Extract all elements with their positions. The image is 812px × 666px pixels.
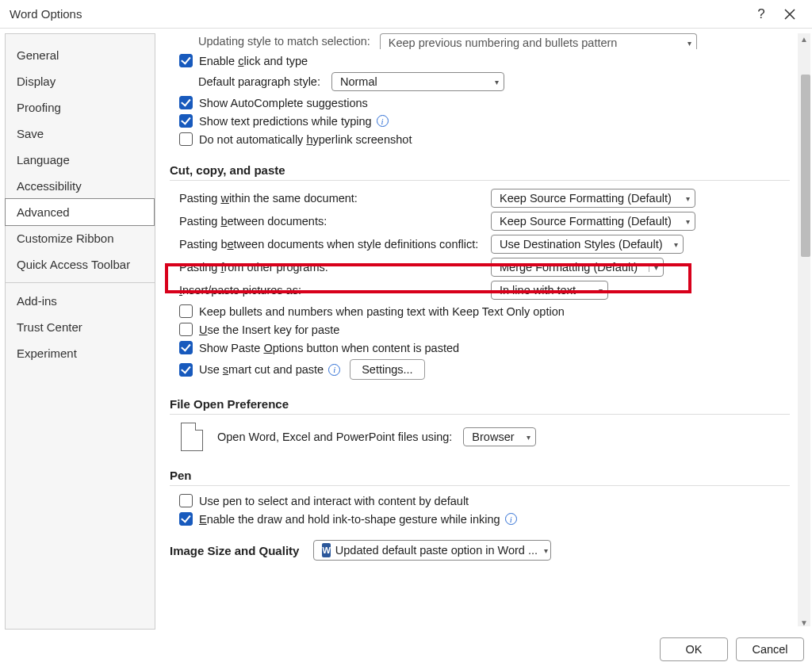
section-file-open: File Open Preference: [170, 397, 790, 411]
chevron-down-icon: ▾: [649, 263, 658, 272]
nav-trust-center[interactable]: Trust Center: [6, 314, 155, 340]
paste-other-dropdown[interactable]: Merge Formatting (Default) ▾: [491, 258, 664, 277]
pen-select-checkbox[interactable]: [179, 494, 193, 507]
paste-pictures-dropdown[interactable]: In line with text ▾: [491, 281, 608, 300]
nav-language[interactable]: Language: [6, 147, 155, 173]
titlebar: Word Options ?: [0, 0, 812, 29]
nav-general[interactable]: General: [6, 42, 155, 68]
chevron-down-icon: ▾: [686, 217, 690, 226]
pen-select-label: Use pen to select and interact with cont…: [199, 495, 469, 507]
autocomplete-label: Show AutoComplete suggestions: [199, 97, 368, 109]
updating-style-label: Updating style to match selection:: [198, 35, 370, 48]
paste-pictures-label: Insert/paste pictures as:: [170, 284, 491, 297]
paste-between-label: Pasting between documents:: [170, 215, 491, 228]
keep-bullets-checkbox[interactable]: [179, 304, 193, 318]
no-hyperlink-label: Do not automatically hyperlink screensho…: [199, 133, 412, 146]
ok-button[interactable]: OK: [660, 637, 728, 661]
scroll-up-icon[interactable]: ▲: [799, 35, 809, 44]
section-image-quality: Image Size and Quality: [170, 544, 299, 557]
draw-hold-checkbox[interactable]: [179, 512, 193, 526]
word-document-icon: W: [322, 543, 330, 557]
paste-other-label: Pasting from other programs:: [170, 261, 491, 274]
nav-advanced[interactable]: Advanced: [5, 198, 155, 226]
smart-cut-label: Use smart cut and paste: [199, 363, 324, 376]
draw-hold-label: Enable the draw and hold ink-to-shape ge…: [199, 513, 500, 526]
insert-key-label: Use the Insert key for paste: [199, 323, 339, 336]
content: Updating style to match selection: Keep …: [155, 29, 812, 634]
keep-bullets-label: Keep bullets and numbers when pasting te…: [199, 305, 565, 318]
footer: OK Cancel: [660, 637, 804, 661]
settings-panel: Updating style to match selection: Keep …: [155, 29, 795, 631]
cancel-button[interactable]: Cancel: [736, 637, 804, 661]
file-open-dropdown[interactable]: Browser ▾: [463, 427, 536, 446]
scrollbar-thumb[interactable]: [801, 75, 810, 257]
autocomplete-checkbox[interactable]: [179, 96, 193, 109]
close-button[interactable]: [776, 9, 804, 20]
paste-options-label: Show Paste Options button when content i…: [199, 342, 459, 354]
smart-cut-checkbox[interactable]: [179, 363, 193, 377]
chevron-down-icon: ▾: [688, 39, 691, 48]
info-icon[interactable]: i: [377, 115, 389, 127]
predictions-checkbox[interactable]: [179, 114, 193, 128]
section-pen: Pen: [170, 469, 790, 482]
nav-qat[interactable]: Quick Access Toolbar: [6, 251, 155, 278]
file-open-label: Open Word, Excel and PowerPoint files us…: [217, 431, 452, 443]
nav-display[interactable]: Display: [6, 68, 155, 94]
paste-within-label: Pasting within the same document:: [170, 192, 491, 205]
paste-conflict-dropdown[interactable]: Use Destination Styles (Default) ▾: [491, 235, 684, 254]
nav-separator: [6, 282, 155, 283]
paste-between-dropdown[interactable]: Keep Source Formatting (Default) ▾: [491, 212, 695, 231]
chevron-down-icon: ▾: [544, 546, 548, 555]
chevron-down-icon: ▾: [674, 240, 678, 249]
enable-click-type-label: Enable click and type: [199, 55, 308, 67]
nav-customize-ribbon[interactable]: Customize Ribbon: [6, 225, 155, 251]
info-icon[interactable]: i: [328, 364, 340, 376]
predictions-label: Show text predictions while typing: [199, 115, 372, 128]
nav-experiment[interactable]: Experiment: [6, 340, 155, 366]
chevron-down-icon: ▾: [495, 78, 499, 86]
no-hyperlink-checkbox[interactable]: [179, 132, 193, 146]
nav-accessibility[interactable]: Accessibility: [6, 173, 155, 199]
insert-key-checkbox[interactable]: [179, 323, 193, 336]
chevron-down-icon: ▾: [599, 286, 603, 295]
paste-options-checkbox[interactable]: [179, 341, 193, 354]
nav-save[interactable]: Save: [6, 121, 155, 147]
window-title: Word Options: [10, 7, 747, 21]
image-quality-dropdown[interactable]: W Updated default paste option in Word .…: [313, 540, 551, 561]
paste-within-dropdown[interactable]: Keep Source Formatting (Default) ▾: [491, 189, 695, 208]
sidebar: General Display Proofing Save Language A…: [5, 33, 155, 630]
nav-proofing[interactable]: Proofing: [6, 94, 155, 121]
default-paragraph-dropdown[interactable]: Normal ▾: [331, 72, 504, 91]
default-paragraph-label: Default paragraph style:: [198, 75, 320, 88]
nav-addins[interactable]: Add-ins: [6, 288, 155, 314]
info-icon[interactable]: i: [505, 513, 517, 525]
section-cut-copy-paste: Cut, copy, and paste: [170, 163, 790, 177]
chevron-down-icon: ▾: [686, 194, 690, 203]
paste-conflict-label: Pasting between documents when style def…: [170, 238, 491, 251]
updating-style-dropdown[interactable]: Keep previous numbering and bullets patt…: [380, 33, 697, 49]
chevron-down-icon: ▾: [527, 433, 530, 442]
help-button[interactable]: ?: [747, 6, 776, 22]
enable-click-type-checkbox[interactable]: [179, 54, 193, 67]
scroll-down-icon[interactable]: ▼: [799, 618, 809, 628]
document-icon: [181, 423, 203, 451]
smart-cut-settings-button[interactable]: Settings...: [350, 359, 424, 380]
